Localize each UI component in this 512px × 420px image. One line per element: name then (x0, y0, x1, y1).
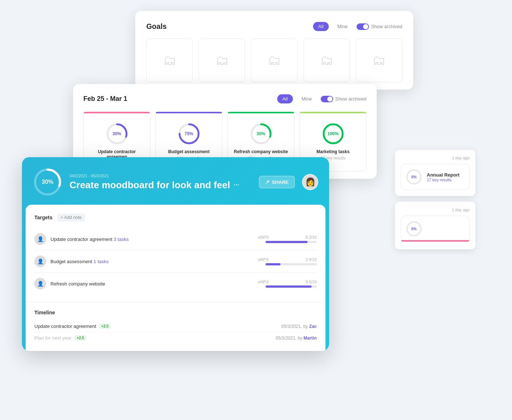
folder-card-1[interactable]: 🗂 (146, 38, 193, 82)
metric-val-2: 2.9/10 (305, 257, 317, 262)
folder-icon-4: 🗂 (320, 53, 333, 68)
metric-val-3: 9.0/10 (305, 280, 317, 284)
front-dates: 04/2/2021 - 05/2/2021 (69, 174, 252, 178)
target-row-2: 👤 Budget assessment 1 tasks eNPS 2.9/10 (34, 250, 317, 273)
more-options-icon[interactable]: ··· (234, 181, 239, 189)
metric-label-3: eNPS (258, 280, 269, 284)
target-metric-1: eNPS 8.2/10 (258, 235, 317, 243)
front-title: Create moodboard for look and feel ··· (69, 179, 252, 191)
annual-report-sub: 17 key results (427, 178, 460, 182)
goals-archived-label: Show archived (371, 24, 402, 29)
circle-4: 100% (322, 123, 344, 145)
goals-title: Goals (146, 22, 167, 31)
side-card-2[interactable]: 1 day ago 0% (395, 202, 475, 249)
annual-report-content: 0% Annual Report 17 key results (406, 169, 465, 185)
circle-1: 30% (106, 123, 128, 145)
front-circle: 30% (33, 167, 62, 197)
side-card-2-inner: 0% (401, 216, 470, 242)
mid-toggle-switch[interactable] (321, 96, 333, 102)
front-panel: 30% 04/2/2021 - 05/2/2021 Create moodboa… (22, 157, 329, 351)
metric-bar-bg-2 (266, 263, 317, 265)
timeline-title: Timeline (34, 310, 317, 315)
goals-filter-group: All Mine Show archived (313, 22, 402, 31)
circle-3: 30% (250, 123, 272, 145)
share-button[interactable]: ↗ SHARE (259, 176, 295, 188)
target-metric-2: eNPS 2.9/10 (258, 257, 317, 265)
folder-icon-2: 🗂 (215, 53, 229, 68)
metric-bar-fill-2 (266, 263, 281, 265)
card2-ago: 1 day ago (401, 208, 470, 212)
card2-content: 0% (406, 220, 465, 237)
metric-bar-fill-3 (266, 285, 312, 288)
goal-card-3-name: Refresh company website (233, 149, 289, 154)
annual-report-name: Annual Report (427, 172, 460, 178)
timeline-author-2: Martin (304, 336, 317, 341)
goals-filter-mine[interactable]: Mine (332, 22, 353, 31)
mid-date-title: Feb 25 - Mar 1 (83, 95, 127, 103)
annual-ago: 1 day ago (401, 156, 470, 160)
goals-filter-all[interactable]: All (313, 22, 328, 31)
target-avatar-3: 👤 (34, 278, 46, 290)
timeline-badge-2: +2.5 (75, 335, 86, 341)
folder-icon-3: 🗂 (268, 53, 281, 68)
timeline-right-1: 05/3/2021, by Zac (281, 324, 317, 329)
mid-show-archived-toggle[interactable]: Show archived (321, 96, 366, 102)
metric-label-2: eNPS (258, 257, 269, 262)
target-name-1: Update contractor agreement 3 tasks (50, 237, 258, 242)
front-header: 30% 04/2/2021 - 05/2/2021 Create moodboa… (22, 157, 329, 205)
metric-bar-bg-1 (266, 241, 317, 243)
timeline-left-1: Update contractor agreement +2.5 (34, 323, 111, 329)
metric-val-1: 8.2/10 (305, 235, 317, 239)
scene: Goals All Mine Show archived 🗂 🗂 🗂 🗂 🗂 F… (0, 0, 512, 420)
metric-label-1: eNPS (258, 235, 269, 239)
mid-filter-group: All Mine Show archived (277, 94, 366, 103)
targets-header: Targets + Add note (34, 213, 317, 222)
annual-pct: 0% (411, 175, 417, 179)
target-metric-3: eNPS 9.0/10 (258, 280, 317, 288)
folder-icon-5: 🗂 (372, 53, 385, 68)
mid-filter-all[interactable]: All (277, 94, 293, 103)
add-note-button[interactable]: + Add note (57, 213, 86, 222)
goal-card-2-name: Budget assessment (161, 149, 217, 154)
targets-title: Targets (34, 215, 53, 220)
timeline-name-2: Plan for next year (34, 335, 72, 341)
target-link-2[interactable]: 1 tasks (94, 259, 109, 264)
target-name-3: Refresh company website (50, 281, 258, 287)
target-name-2: Budget assessment 1 tasks (50, 259, 258, 264)
right-panel: 1 day ago 0% Annual Report 17 key result… (395, 150, 475, 255)
timeline-row-1: Update contractor agreement +2.5 05/3/20… (34, 321, 317, 332)
goals-panel: Goals All Mine Show archived 🗂 🗂 🗂 🗂 🗂 (135, 11, 413, 90)
goals-toggle-switch[interactable] (357, 23, 369, 30)
circle-2: 75% (178, 123, 200, 145)
user-avatar: 👩 (302, 174, 318, 190)
folder-card-4[interactable]: 🗂 (304, 38, 350, 82)
goals-show-archived-toggle[interactable]: Show archived (357, 23, 402, 30)
goal-card-4-name: Marketing tasks (305, 149, 361, 154)
pink-bar (401, 240, 469, 242)
target-link-1[interactable]: 3 tasks (114, 237, 129, 242)
target-avatar-2: 👤 (34, 256, 46, 267)
annual-report-inner: 0% Annual Report 17 key results (401, 164, 470, 190)
side-card-annual-report[interactable]: 1 day ago 0% Annual Report 17 key result… (395, 150, 475, 196)
front-percent: 30% (42, 179, 53, 185)
timeline-section: Timeline Update contractor agreement +2.… (26, 302, 325, 351)
front-content: Targets + Add note 👤 Update contractor a… (26, 205, 325, 302)
folder-card-3[interactable]: 🗂 (251, 38, 297, 82)
front-title-block: 04/2/2021 - 05/2/2021 Create moodboard f… (69, 174, 252, 191)
timeline-name-1: Update contractor agreement (34, 323, 96, 329)
mid-filter-mine[interactable]: Mine (297, 94, 317, 103)
share-icon: ↗ (265, 179, 270, 185)
target-row-3: 👤 Refresh company website eNPS 9.0/10 (34, 273, 317, 295)
timeline-row-2: Plan for next year +2.5 05/3/2021, by Ma… (34, 332, 317, 344)
timeline-right-2: 05/3/2021, by Martin (276, 336, 317, 341)
metric-bar-fill-1 (266, 241, 308, 243)
folder-card-5[interactable]: 🗂 (356, 38, 402, 82)
mid-archived-label: Show archived (335, 96, 366, 102)
goals-folder-row: 🗂 🗂 🗂 🗂 🗂 (146, 38, 402, 82)
folder-card-2[interactable]: 🗂 (199, 38, 245, 82)
metric-bar-bg-3 (266, 285, 317, 288)
target-row-1: 👤 Update contractor agreement 3 tasks eN… (34, 228, 317, 250)
timeline-badge-1: +2.5 (99, 323, 111, 329)
target-avatar-1: 👤 (34, 233, 46, 245)
timeline-left-2: Plan for next year +2.5 (34, 335, 86, 341)
